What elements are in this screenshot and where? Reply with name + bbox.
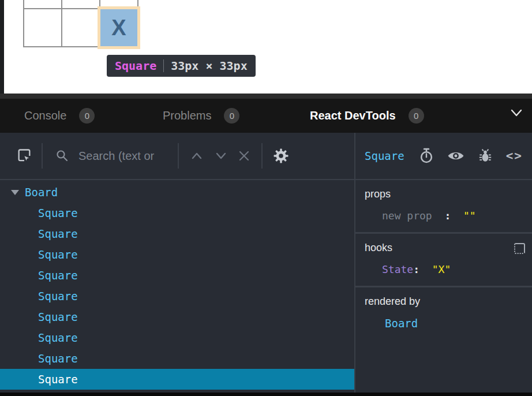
inspector-header: Square [355,133,532,180]
tab-problems-label: Problems [163,109,211,122]
rendered-by-label: rendered by [365,296,524,308]
search-prev-icon[interactable] [190,152,203,160]
devtools-tab-bar: Console 0 Problems 0 React DevTools 0 [0,94,532,133]
cell-mark: X [111,16,126,40]
tree-item-square[interactable]: Square [0,265,354,286]
component-name: Square [38,373,78,386]
spacer [432,210,445,222]
component-name: Board [25,186,58,199]
tree-item-square[interactable]: Square [0,348,354,369]
tree-item-square[interactable]: Square [0,327,354,348]
tree-item-square[interactable]: Square [0,223,354,244]
eye-inspect-dom-icon[interactable] [447,150,464,162]
tab-react-devtools[interactable]: React DevTools 0 [310,99,424,133]
bug-debug-icon[interactable] [478,148,493,164]
inspect-tooltip: Square 33px × 33px [107,55,256,77]
tooltip-divider [163,59,164,72]
toolbar-divider [42,143,43,169]
search-input[interactable] [77,149,171,163]
colon: : [444,210,451,222]
inspector-actions: <> [419,148,523,164]
new-prop-row[interactable]: new prop : "" [382,210,524,222]
tab-console-badge: 0 [79,108,95,124]
tree-item-square[interactable]: Square [0,286,354,307]
spacer [419,263,432,275]
hooks-section: hooks State : "X" [355,234,532,287]
hook-name: State [382,263,413,275]
tree-item-square[interactable]: Square [0,244,354,265]
board-cell[interactable] [24,0,61,8]
tab-problems[interactable]: Problems 0 [163,99,239,133]
view-source-code-icon[interactable]: <> [506,149,523,163]
component-name: Square [38,352,78,365]
tab-bar-top-strip [0,94,532,99]
hook-value[interactable]: "X" [432,263,451,275]
board-cell[interactable] [100,0,137,8]
component-name: Square [38,248,78,261]
profiler-timer-icon[interactable] [419,148,434,164]
tree-item-square[interactable]: Square [0,369,354,390]
tree-item-square[interactable]: Square [0,307,354,327]
new-prop-placeholder[interactable]: new prop [382,210,432,222]
tree-item-square[interactable]: Square [0,203,354,223]
component-name: Square [38,290,78,302]
search-clear-icon[interactable] [238,150,250,162]
props-label: props [365,188,524,200]
tooltip-component-name: Square [115,59,156,73]
inspected-component-title: Square [365,150,404,162]
chevron-down-icon[interactable] [510,109,523,117]
toolbar-divider [178,143,179,169]
gear-icon[interactable] [272,147,290,165]
props-section: props new prop : "" [355,180,532,234]
toolbar-divider [261,143,263,169]
react-devtools-panel: Board SquareSquareSquareSquareSquareSqua… [0,133,532,393]
component-name: Square [38,269,78,282]
hooks-label: hooks [365,242,524,254]
board-cell[interactable] [62,9,99,46]
components-tree-panel: Board SquareSquareSquareSquareSquareSqua… [0,133,355,393]
colon: : [413,263,419,275]
component-name: Square [38,311,78,323]
board-cell[interactable] [62,0,99,8]
tree-item-board[interactable]: Board [0,182,354,203]
tictactoe-board: X [23,0,138,47]
component-tree: Board SquareSquareSquareSquareSquareSqua… [0,180,354,393]
browser-page: X Square 33px × 33px [0,0,532,94]
inspect-element-icon[interactable] [16,148,32,164]
board-cell-marked[interactable]: X [100,9,137,46]
window-bottom-edge [0,393,532,396]
tab-console[interactable]: Console 0 [24,99,95,133]
tree-toolbar [0,133,354,180]
expander-triangle-icon[interactable] [11,190,19,195]
component-name: Square [38,207,78,219]
tab-console-label: Console [24,109,66,122]
spacer [451,210,463,222]
state-hook-row: State : "X" [382,263,524,275]
search-next-icon[interactable] [215,152,227,160]
inspector-panel: Square [355,133,532,393]
rendered-by-board-link[interactable]: Board [385,317,418,330]
tab-react-devtools-badge: 0 [409,108,424,124]
parse-hook-names-icon[interactable] [514,243,525,254]
tooltip-dimensions: 33px × 33px [171,59,247,73]
component-name: Square [38,331,78,344]
tab-problems-badge: 0 [224,108,239,124]
board-cell[interactable] [24,9,61,46]
component-name: Square [38,227,78,240]
tab-react-devtools-label: React DevTools [310,109,396,122]
search-icon [55,149,69,163]
window-left-edge [0,0,4,94]
new-prop-value[interactable]: "" [463,210,476,222]
rendered-by-section: rendered by Board [355,287,532,393]
screenshot-root: X Square 33px × 33px Console 0 Problems … [0,0,532,396]
